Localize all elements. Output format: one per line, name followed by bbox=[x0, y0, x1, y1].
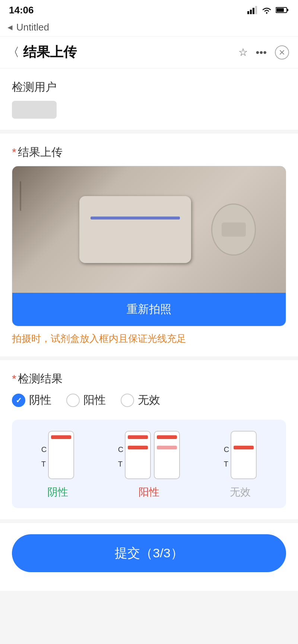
svg-rect-0 bbox=[247, 11, 249, 14]
result-section-label: *检测结果 bbox=[12, 371, 286, 387]
radio-circle-negative: ✓ bbox=[12, 394, 25, 407]
negative-label: 阴性 bbox=[47, 485, 68, 499]
star-icon[interactable]: ☆ bbox=[238, 46, 248, 58]
main-content: 检测用户 *结果上传 bbox=[0, 68, 298, 591]
radio-label-invalid: 无效 bbox=[138, 393, 160, 408]
user-section: 检测用户 bbox=[0, 68, 298, 134]
svg-point-4 bbox=[266, 12, 267, 14]
page-header-left: 〈 结果上传 bbox=[7, 43, 77, 61]
test-photo-inner bbox=[12, 166, 286, 293]
more-icon[interactable]: ••• bbox=[256, 47, 267, 58]
radio-positive[interactable]: 阳性 bbox=[66, 393, 106, 408]
nav-prev-title[interactable]: Untitled bbox=[16, 22, 49, 33]
nav-back-arrow[interactable]: ◄ bbox=[6, 23, 14, 32]
photo-container: 重新拍照 bbox=[12, 166, 286, 326]
photo-hint: 拍摄时，试剂盒放入框内且保证光线充足 bbox=[12, 332, 286, 345]
positive-strip-box2 bbox=[154, 431, 180, 479]
user-section-label: 检测用户 bbox=[12, 80, 286, 95]
required-star: * bbox=[12, 146, 16, 158]
negative-strip-box bbox=[48, 431, 74, 479]
svg-rect-6 bbox=[287, 9, 288, 11]
page-header: 〈 结果上传 ☆ ••• × bbox=[0, 36, 298, 68]
page-title: 结果上传 bbox=[23, 43, 77, 61]
radio-label-positive: 阳性 bbox=[83, 393, 106, 408]
invalid-strip-group: C T bbox=[224, 431, 257, 479]
submit-button[interactable]: 提交（3/3） bbox=[12, 534, 286, 572]
negative-c-line bbox=[51, 435, 71, 439]
radio-label-negative: 阴性 bbox=[29, 393, 51, 408]
svg-rect-2 bbox=[253, 8, 254, 14]
status-time: 14:06 bbox=[9, 4, 34, 16]
battery-icon bbox=[276, 6, 289, 14]
svg-rect-7 bbox=[276, 8, 284, 12]
page-header-right: ☆ ••• × bbox=[238, 45, 289, 60]
test-photo bbox=[12, 166, 286, 293]
ct-labels-positive: C T bbox=[118, 431, 123, 479]
upload-section-label: *结果上传 bbox=[12, 145, 286, 160]
radio-circle-positive bbox=[66, 394, 80, 407]
ct-labels-negative: C T bbox=[41, 431, 47, 479]
close-button[interactable]: × bbox=[275, 45, 289, 60]
wifi-icon bbox=[261, 6, 272, 14]
negative-strip-group: C T bbox=[41, 431, 74, 479]
radio-negative[interactable]: ✓ 阴性 bbox=[12, 393, 51, 408]
positive-c-line2 bbox=[157, 435, 177, 439]
nav-row: ◄ Untitled bbox=[0, 19, 298, 36]
radio-invalid[interactable]: 无效 bbox=[121, 393, 160, 408]
status-bar: 14:06 bbox=[0, 0, 298, 19]
result-case-negative: C T 阴性 bbox=[41, 431, 74, 499]
invalid-label: 无效 bbox=[230, 485, 251, 499]
positive-label: 阳性 bbox=[139, 485, 159, 499]
radio-circle-invalid bbox=[121, 394, 134, 407]
back-button[interactable]: 〈 bbox=[7, 44, 19, 61]
invalid-t-line bbox=[234, 446, 254, 449]
svg-rect-3 bbox=[255, 6, 257, 14]
result-case-positive: C T 阳性 bbox=[118, 431, 180, 499]
positive-t-line bbox=[128, 446, 148, 449]
result-case-invalid: C T 无效 bbox=[224, 431, 257, 499]
submit-section: 提交（3/3） bbox=[0, 523, 298, 591]
positive-strip-group: C T bbox=[118, 431, 180, 479]
result-required-star: * bbox=[12, 372, 16, 385]
positive-strip-box1 bbox=[125, 431, 151, 479]
signal-icon bbox=[247, 6, 258, 14]
upload-section: *结果上传 bbox=[0, 134, 298, 360]
ct-labels-invalid: C T bbox=[224, 431, 229, 479]
user-avatar bbox=[12, 101, 57, 119]
result-radio-group: ✓ 阴性 阳性 无效 bbox=[12, 393, 286, 408]
invalid-strip-box bbox=[231, 431, 257, 479]
status-icons bbox=[247, 6, 289, 14]
svg-rect-1 bbox=[250, 10, 252, 14]
result-section: *检测结果 ✓ 阴性 阳性 无效 bbox=[0, 360, 298, 523]
retake-button[interactable]: 重新拍照 bbox=[12, 293, 286, 326]
result-diagram: C T 阴性 C T bbox=[12, 420, 286, 508]
positive-t-line2 bbox=[157, 446, 177, 449]
positive-c-line bbox=[128, 435, 148, 439]
